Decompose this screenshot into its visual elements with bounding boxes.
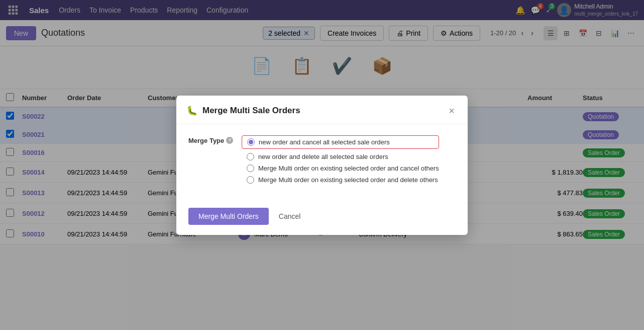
modal-title: Merge Multi Sale Orders — [202, 106, 441, 116]
merge-option-4-label: Merge Multi order on existing selected o… — [258, 176, 438, 184]
modal-header: 🐛 Merge Multi Sale Orders × — [176, 96, 468, 124]
merge-modal: 🐛 Merge Multi Sale Orders × Merge Type ?… — [176, 96, 468, 235]
merge-type-label: Merge Type ? — [188, 135, 239, 144]
merge-type-radio-group: new order and cancel all selected sale o… — [247, 135, 439, 184]
modal-body: Merge Type ? new order and cancel all se… — [176, 124, 468, 200]
merge-option-3[interactable]: Merge Multi order on existing selected o… — [247, 164, 439, 172]
merge-option-1-label: new order and cancel all selected sale o… — [259, 138, 390, 146]
merge-radio-2[interactable] — [247, 153, 254, 160]
merge-option-4[interactable]: Merge Multi order on existing selected o… — [247, 176, 439, 184]
modal-close-button[interactable]: × — [446, 105, 458, 117]
merge-radio-3[interactable] — [247, 164, 254, 172]
modal-overlay: 🐛 Merge Multi Sale Orders × Merge Type ?… — [0, 0, 644, 330]
merge-type-row: Merge Type ? new order and cancel all se… — [188, 135, 456, 184]
merge-option-1[interactable]: new order and cancel all selected sale o… — [242, 135, 439, 149]
modal-bug-icon: 🐛 — [186, 105, 197, 116]
merge-option-2-label: new order and delete all selected sale o… — [258, 153, 388, 160]
cancel-button[interactable]: Cancel — [275, 208, 305, 225]
merge-multi-orders-button[interactable]: Merge Multi Orders — [188, 208, 269, 225]
merge-radio-1[interactable] — [247, 138, 255, 146]
merge-option-3-label: Merge Multi order on existing selected o… — [258, 164, 439, 172]
merge-radio-4[interactable] — [247, 176, 254, 184]
help-icon[interactable]: ? — [226, 137, 233, 144]
modal-footer: Merge Multi Orders Cancel — [176, 200, 468, 235]
merge-option-2[interactable]: new order and delete all selected sale o… — [247, 153, 439, 160]
